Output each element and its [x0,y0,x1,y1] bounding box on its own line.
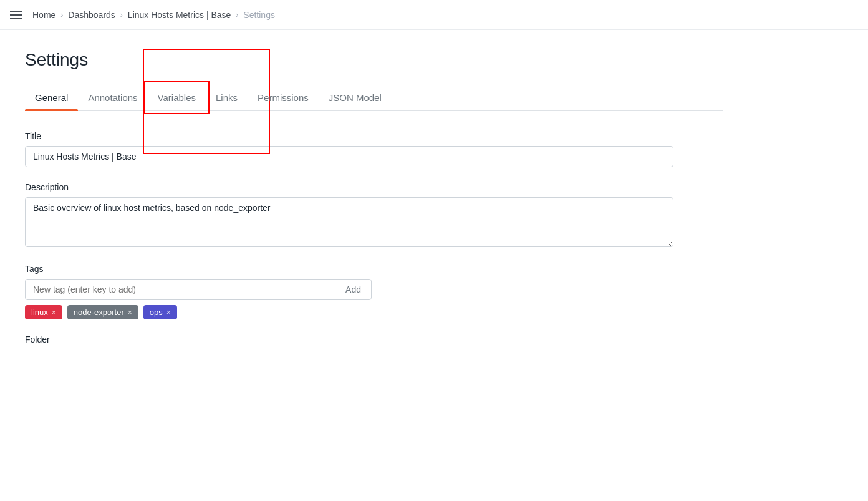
tags-list: linux × node-exporter × ops × [25,305,723,319]
folder-section: Folder [25,334,723,344]
tag-ops: ops × [143,305,177,319]
folder-label: Folder [25,334,723,344]
breadcrumb: Home › Dashboards › Linux Hosts Metrics … [32,10,275,20]
tab-annotations[interactable]: Annotations [78,85,147,110]
title-label: Title [25,131,723,141]
tag-node-exporter-remove[interactable]: × [128,309,132,316]
breadcrumb-current: Settings [243,10,275,20]
tag-node-exporter: node-exporter × [67,305,138,319]
add-tag-button[interactable]: Add [335,280,371,299]
tabs-bar: General Annotations Variables Links Perm… [25,85,723,111]
menu-icon[interactable] [10,11,22,19]
description-section: Description Basic overview of linux host… [25,182,723,249]
title-section: Title [25,131,723,167]
top-bar: Home › Dashboards › Linux Hosts Metrics … [0,0,868,30]
tab-variables[interactable]: Variables [148,85,206,110]
tags-label: Tags [25,264,723,274]
breadcrumb-dashboard-name[interactable]: Linux Hosts Metrics | Base [128,10,231,20]
breadcrumb-separator-3: › [236,11,238,19]
main-content: Settings General Annotations Variables L… [0,30,748,379]
breadcrumb-dashboards[interactable]: Dashboards [68,10,115,20]
description-textarea[interactable]: Basic overview of linux host metrics, ba… [25,197,673,247]
breadcrumb-separator-2: › [120,11,123,19]
tag-ops-remove[interactable]: × [166,309,171,316]
tags-input-row: Add [25,279,372,300]
tab-general[interactable]: General [25,85,78,110]
tab-permissions[interactable]: Permissions [248,85,319,110]
description-label: Description [25,182,723,192]
breadcrumb-separator-1: › [60,11,63,19]
tag-linux-label: linux [31,308,48,317]
tab-links[interactable]: Links [206,85,248,110]
title-input[interactable] [25,146,673,167]
tag-ops-label: ops [150,308,163,317]
tag-node-exporter-label: node-exporter [74,308,124,317]
tags-input[interactable] [26,280,335,299]
page-title: Settings [25,50,723,70]
tab-json-model[interactable]: JSON Model [319,85,392,110]
tag-linux-remove[interactable]: × [52,309,56,316]
tag-linux: linux × [25,305,62,319]
breadcrumb-home[interactable]: Home [32,10,55,20]
tags-section: Tags Add linux × node-exporter × ops × [25,264,723,319]
